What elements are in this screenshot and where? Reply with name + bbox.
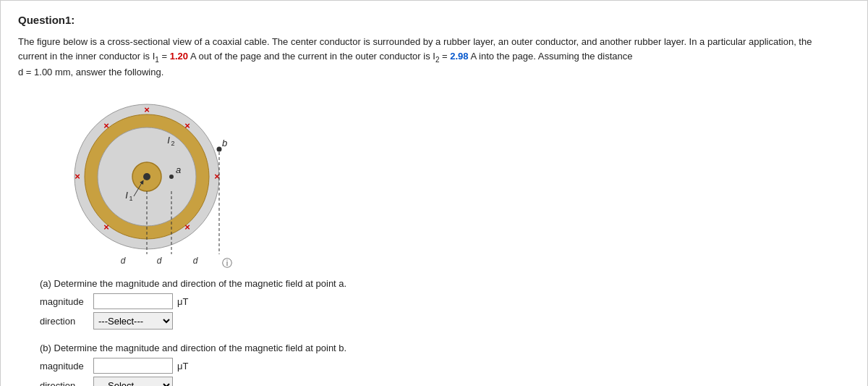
svg-text:ⓘ: ⓘ — [222, 257, 232, 269]
part-b-magnitude-input[interactable] — [93, 358, 173, 374]
question-title: Question1: — [18, 14, 850, 26]
svg-point-14 — [143, 173, 150, 180]
part-b-direction-label: direction — [40, 380, 89, 386]
part-b-magnitude-label: magnitude — [40, 361, 89, 372]
part-b-unit: μT — [177, 361, 188, 372]
line2: d = 1.00 mm, answer the following. — [18, 67, 163, 77]
svg-text:I: I — [125, 190, 128, 201]
coaxial-diagram: × × × × × × × I 2 I 1 — [61, 91, 235, 272]
parts-container: (a) Determine the magnitude and directio… — [40, 278, 850, 386]
svg-text:×: × — [103, 120, 109, 131]
svg-text:1: 1 — [129, 195, 132, 202]
svg-point-22 — [217, 147, 222, 152]
figure-area: × × × × × × × I 2 I 1 — [61, 91, 850, 272]
part-a-label: (a) Determine the magnitude and directio… — [40, 278, 850, 289]
svg-text:d: d — [157, 256, 162, 266]
part-b-direction-select[interactable]: ---Select--- Out of page Into page Left … — [93, 377, 173, 386]
part-b-direction-row: direction ---Select--- Out of page Into … — [40, 377, 850, 386]
text-mid4: A into the page. Assuming the distance — [469, 51, 633, 62]
svg-text:×: × — [75, 171, 80, 182]
svg-text:×: × — [144, 104, 150, 115]
svg-text:d: d — [121, 256, 126, 266]
problem-text: The figure below is a cross-sectional vi… — [18, 35, 814, 80]
part-a-direction-label: direction — [40, 316, 89, 327]
part-a-magnitude-label: magnitude — [40, 296, 89, 307]
part-b-magnitude-row: magnitude μT — [40, 358, 850, 374]
page-container: Question1: The figure below is a cross-s… — [0, 0, 868, 386]
svg-text:×: × — [103, 222, 109, 232]
svg-text:×: × — [184, 120, 190, 131]
part-a-unit: μT — [177, 296, 188, 307]
part-a-magnitude-row: magnitude μT — [40, 293, 850, 309]
part-b: (b) Determine the magnitude and directio… — [40, 343, 850, 386]
part-a: (a) Determine the magnitude and directio… — [40, 278, 850, 330]
svg-text:b: b — [222, 138, 227, 148]
i1-value: 1.20 — [170, 51, 188, 62]
part-a-direction-row: direction ---Select--- Out of page Into … — [40, 312, 850, 330]
text-mid1: = — [159, 51, 170, 62]
part-a-magnitude-input[interactable] — [93, 293, 173, 309]
svg-text:×: × — [184, 222, 190, 232]
part-b-label: (b) Determine the magnitude and directio… — [40, 343, 850, 353]
svg-text:I: I — [167, 135, 170, 146]
i2-value: 2.98 — [450, 51, 468, 62]
text-mid2: A out of the page and the current in the… — [188, 51, 435, 62]
svg-text:a: a — [176, 164, 181, 175]
svg-text:d: d — [193, 256, 198, 266]
svg-text:2: 2 — [171, 140, 174, 147]
part-a-direction-select[interactable]: ---Select--- Out of page Into page Left … — [93, 312, 173, 330]
svg-point-18 — [169, 175, 174, 179]
text-mid3: = — [439, 51, 450, 62]
